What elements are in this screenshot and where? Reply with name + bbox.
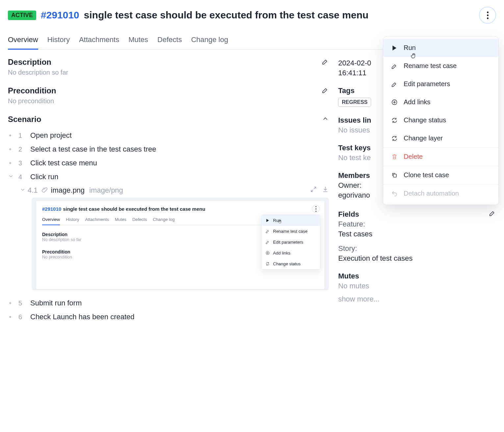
bullet-icon: •: [8, 313, 13, 321]
menu-detach-automation: Detach automation: [383, 184, 498, 203]
scenario-step[interactable]: • 3 Click test case menu: [8, 156, 329, 170]
story-label: Story:: [338, 244, 496, 253]
thumb-kebab-icon: [312, 205, 320, 213]
undo-icon: [391, 190, 398, 197]
refresh-icon: [391, 135, 398, 142]
description-heading: Description: [8, 58, 51, 67]
step-number: 2: [18, 146, 24, 153]
refresh-icon: [391, 117, 398, 124]
play-icon: [391, 45, 398, 51]
kebab-icon: [487, 12, 489, 19]
bullet-icon: •: [8, 159, 13, 167]
step-text: Submit run form: [30, 299, 82, 307]
chevron-down-icon[interactable]: [8, 173, 13, 181]
pencil-icon: [489, 209, 496, 217]
plus-circle-icon: [391, 99, 398, 106]
show-more-link[interactable]: show more...: [338, 295, 496, 303]
paperclip-icon: [41, 186, 48, 195]
menu-delete[interactable]: Delete: [383, 147, 498, 166]
step-number: 3: [18, 159, 24, 167]
bullet-icon: •: [8, 131, 13, 140]
menu-change-layer[interactable]: Change layer: [383, 129, 498, 147]
download-attachment-button[interactable]: [322, 186, 329, 195]
trash-icon: [391, 154, 398, 160]
step-number: 4: [18, 173, 24, 181]
collapse-scenario-button[interactable]: [322, 115, 329, 124]
mutes-placeholder: No mutes: [338, 282, 496, 290]
scenario-heading: Scenario: [8, 115, 41, 124]
pencil-icon: [322, 86, 329, 94]
chevron-down-icon[interactable]: [20, 186, 24, 195]
tab-changelog[interactable]: Change log: [191, 33, 228, 49]
attachment-mime: image/png: [89, 186, 123, 195]
tab-defects[interactable]: Defects: [157, 33, 182, 49]
step-text: Click run: [30, 173, 59, 181]
pencil-icon: [391, 63, 398, 69]
kebab-menu-button[interactable]: [479, 7, 496, 24]
context-menu: Run Rename test case Edit parameters Add…: [383, 36, 499, 205]
attachment-index: 4.1: [28, 186, 38, 195]
bullet-icon: •: [8, 145, 13, 154]
step-number: 6: [18, 313, 24, 321]
edit-precondition-button[interactable]: [322, 86, 329, 95]
thumb-title: single test case should be executed from…: [63, 206, 205, 212]
step-number: 1: [18, 132, 24, 139]
attachment-row[interactable]: 4.1 image.png image/png: [8, 184, 329, 198]
scenario-step[interactable]: • 6 Check Launch has been created: [8, 310, 329, 324]
download-icon: [322, 186, 329, 193]
scenario-step[interactable]: • 1 Open project: [8, 129, 329, 142]
tab-mutes[interactable]: Mutes: [128, 33, 148, 49]
description-placeholder: No description so far: [8, 69, 329, 76]
menu-add-links[interactable]: Add links: [383, 93, 498, 111]
thumb-id: #291010: [42, 206, 61, 212]
scenario-step[interactable]: • 2 Select a test case in the test cases…: [8, 142, 329, 156]
mutes-heading: Mutes: [338, 272, 496, 280]
menu-clone[interactable]: Clone test case: [383, 166, 498, 184]
fields-heading: Fields: [338, 210, 359, 219]
menu-edit-parameters[interactable]: Edit parameters: [383, 75, 498, 93]
step-text: Select a test case in the test cases tre…: [30, 145, 156, 154]
tab-history[interactable]: History: [47, 33, 70, 49]
cursor-hand-icon: [410, 53, 417, 59]
menu-change-status[interactable]: Change status: [383, 111, 498, 129]
expand-icon: [310, 186, 317, 193]
status-badge: ACTIVE: [8, 11, 36, 20]
thumb-menu: Run Rename test case Edit parameters Add…: [261, 215, 320, 270]
step-text: Click test case menu: [30, 159, 97, 167]
test-case-title: single test case should be executed from…: [84, 10, 368, 21]
bullet-icon: •: [8, 299, 13, 307]
step-number: 5: [18, 300, 24, 307]
feature-value: Test cases: [338, 230, 496, 238]
tab-overview[interactable]: Overview: [8, 33, 38, 50]
menu-rename[interactable]: Rename test case: [383, 57, 498, 75]
tab-attachments[interactable]: Attachments: [79, 33, 119, 49]
test-case-id[interactable]: #291010: [41, 10, 79, 21]
edit-fields-button[interactable]: [489, 209, 496, 218]
step-text: Open project: [30, 131, 72, 140]
pencil-icon: [322, 58, 329, 65]
precondition-placeholder: No precondition: [8, 97, 329, 105]
scenario-step[interactable]: 4 Click run: [8, 170, 329, 184]
attachment-preview: #291010 single test case should be execu…: [32, 198, 329, 290]
pencil-icon: [391, 81, 398, 87]
precondition-heading: Precondition: [8, 86, 56, 95]
attachment-filename: image.png: [51, 186, 85, 195]
copy-icon: [391, 172, 398, 179]
scenario-step[interactable]: • 5 Submit run form: [8, 296, 329, 310]
expand-attachment-button[interactable]: [310, 186, 317, 195]
feature-label: Feature:: [338, 220, 496, 228]
step-text: Check Launch has been created: [30, 313, 135, 321]
tag-chip[interactable]: REGRESS: [338, 98, 371, 107]
edit-description-button[interactable]: [322, 58, 329, 67]
menu-run[interactable]: Run: [383, 39, 498, 57]
story-value: Execution of test cases: [338, 254, 496, 263]
chevron-up-icon: [322, 115, 329, 122]
